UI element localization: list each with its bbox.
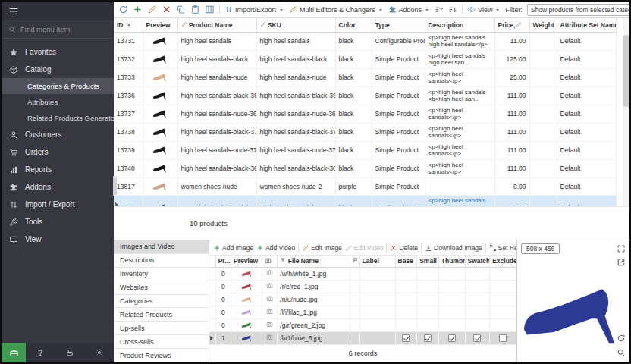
delete-product-button[interactable] [162,5,171,14]
settings-button[interactable] [84,348,114,357]
import-export-menu[interactable]: Import/Export [224,5,284,14]
sidebar-item-import-export[interactable]: Import / Export [2,196,114,213]
col-swatch[interactable]: Swatch [465,256,490,267]
person-icon [9,130,18,140]
table-row[interactable]: 13731 high heel sandals high heel sandal… [114,32,616,50]
table-row-selected[interactable]: 13931 new High Heels Sandals High Geels … [114,195,616,207]
col-id[interactable]: ID [114,18,143,32]
col-color[interactable]: Color [335,18,372,32]
copy-button[interactable] [176,5,186,14]
col-small[interactable]: Small [417,256,439,267]
col-file-name[interactable]: File Name [278,256,350,267]
swatch-checkbox[interactable] [473,334,481,342]
column-chooser-button[interactable] [205,5,215,14]
refresh-button[interactable] [118,5,128,14]
edit-image-button[interactable]: Edit Image [302,244,342,252]
sidebar-item-attributes[interactable]: Attributes [2,94,114,110]
sidebar-item-addons[interactable]: Addons [2,178,114,196]
sidebar-item-reports[interactable]: Reports [2,161,114,178]
product-thumbnail-icon [152,125,168,137]
col-exclude[interactable]: Exclude [490,256,516,267]
thumbnail-checkbox[interactable] [448,334,456,342]
tab-images-and-video[interactable]: Images and Video [114,240,209,254]
image-row[interactable]: 0 /l/i/lilac_1.jpg [209,306,516,318]
lock-button[interactable] [55,348,85,357]
sidebar-item-customers[interactable]: Customers [2,126,114,143]
image-row[interactable]: 0 /w/h/white_1.jpg [209,267,516,280]
col-type[interactable]: Type [372,18,425,32]
rotate-icon[interactable] [617,334,626,343]
add-video-button[interactable]: Add Video [256,244,295,252]
col-preview[interactable]: Preview [231,256,262,267]
tab-related-products[interactable]: Related Products [114,308,209,322]
sidebar-item-favorites[interactable]: Favorites [2,43,114,61]
table-row[interactable]: 13733 high heel sandals-nude high heel s… [114,68,616,86]
sort-ascending-button[interactable] [435,5,444,14]
col-weight[interactable]: Weight [529,18,557,32]
image-row[interactable]: 0 /r/e/red_1.jpg [209,280,516,293]
toolbar-separator [485,243,486,253]
sidebar-item-related-products-generator[interactable]: Related Products Generator [2,110,114,126]
image-row[interactable]: 0 /g/r/green_2.jpg [209,318,516,331]
fullscreen-icon[interactable] [617,244,626,253]
addons-menu[interactable]: Addons [388,5,431,14]
sidebar-item-categories-products[interactable]: Categories & Products [2,78,114,94]
view-menu[interactable]: View [467,5,501,14]
download-image-button[interactable]: Download Image [425,244,482,252]
table-row[interactable]: 13737 high heel sandals-nude-36 high hee… [114,105,616,123]
col-description[interactable]: Description [425,18,494,32]
button-label: Edit Video [354,244,384,252]
col-flag[interactable] [350,256,359,267]
table-row[interactable]: 13739 high heel sandals-nude-37 high hee… [114,141,616,159]
col-label[interactable]: Label [359,256,395,267]
multi-editors-menu[interactable]: Multi Editors & Changers [289,5,384,14]
col-base[interactable]: Base [395,256,417,267]
col-thumbnail[interactable]: Thumbna [438,256,465,267]
category-filter-select[interactable]: Show products from selected categories [527,4,629,16]
col-sku[interactable]: SKU [256,18,335,32]
col-attribute-set[interactable]: Attribute Set Name [557,18,616,32]
col-product-name[interactable]: Product Name [177,18,256,32]
table-row[interactable]: 13736 high heel sandals-black-36 high he… [114,86,616,105]
base-checkbox[interactable] [402,334,410,342]
help-button[interactable]: ? [26,348,55,357]
col-camera[interactable] [262,256,277,267]
exclude-checkbox[interactable] [499,334,507,342]
set-resize-rule-button[interactable]: Set Resize Rule [489,244,516,252]
product-thumbnail-icon [152,71,168,83]
table-row[interactable]: 13817 women shoes-nude women shoes-nude-… [114,177,616,195]
image-row-selected[interactable]: 1 /b/1/blue_6.jpg [209,331,516,344]
table-row[interactable]: 13740 high heel sandals-black-38 high he… [114,159,616,177]
delete-image-button[interactable]: Delete [390,244,418,252]
image-row[interactable]: 0 /n/u/nude.jpg [209,293,516,306]
tab-websites[interactable]: Websites [114,281,209,295]
store-button[interactable] [2,343,26,362]
add-image-button[interactable]: Add Image [213,244,253,252]
sidebar-item-orders[interactable]: Orders [2,143,114,161]
menu-label: Addons [399,6,422,14]
tab-inventory[interactable]: Inventory [114,268,209,281]
scrollbar-thumb[interactable] [623,35,629,107]
edit-product-button[interactable] [147,5,157,14]
sort-descending-button[interactable] [448,5,457,14]
chevron-down-icon [494,7,501,13]
table-row[interactable]: 13732 high heel sandals-black high heel … [114,50,616,68]
small-checkbox[interactable] [424,334,432,342]
sidebar-item-catalog[interactable]: Catalog [2,61,114,78]
tab-description[interactable]: Description [114,254,209,268]
sidebar-item-view[interactable]: View [2,231,114,248]
col-position[interactable]: Pr... [215,256,231,267]
tab-product-reviews[interactable]: Product Reviews [114,349,209,362]
hamburger-menu-icon[interactable] [8,6,19,17]
table-row[interactable]: 13738 high heel sandals-black-37 high he… [114,123,616,141]
zoom-icon[interactable] [617,348,626,357]
col-price[interactable]: Price, [494,18,529,32]
paste-button[interactable] [190,5,200,14]
add-product-button[interactable] [133,5,143,14]
tab-cross-sells[interactable]: Cross-sells [114,335,209,349]
tab-up-sells[interactable]: Up-sells [114,322,209,335]
col-preview[interactable]: Preview [143,18,177,32]
tab-categories[interactable]: Categories [114,295,209,309]
sidebar-item-tools[interactable]: Tools [2,213,114,231]
menu-search-input[interactable] [20,25,107,33]
